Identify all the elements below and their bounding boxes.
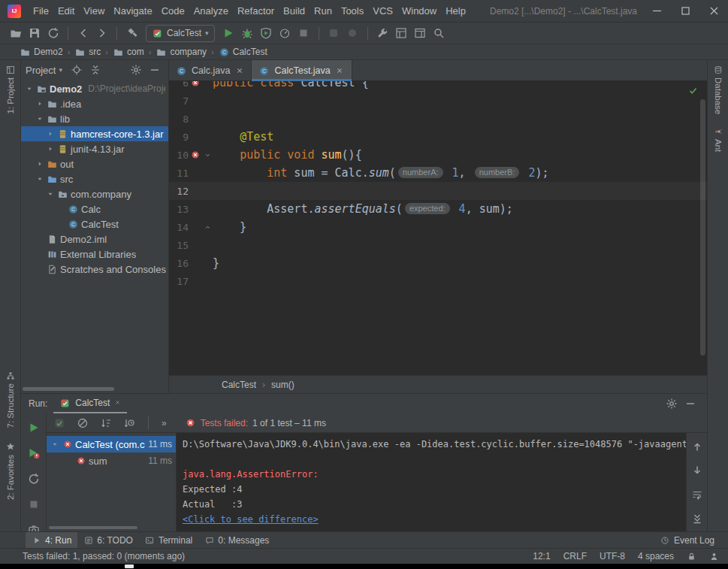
menu-refactor[interactable]: Refactor	[233, 0, 279, 23]
code-line[interactable]: 12	[169, 182, 707, 200]
tree-item-com-company[interactable]: com.company	[21, 186, 168, 201]
scrollend-icon[interactable]	[687, 510, 706, 527]
down-icon[interactable]	[687, 462, 706, 479]
taskbar-icon[interactable]	[125, 564, 134, 568]
arrow-right-icon[interactable]	[35, 100, 44, 107]
editor-scrollbar[interactable]	[699, 99, 706, 372]
code-line[interactable]: 14 }	[169, 218, 707, 236]
wrench-icon[interactable]	[373, 25, 392, 42]
test-failed-gutter-icon[interactable]	[191, 81, 201, 88]
breadcrumb-item-company[interactable]: company	[156, 47, 207, 58]
debug-icon[interactable]	[238, 25, 257, 42]
menu-window[interactable]: Window	[397, 0, 441, 23]
run-icon[interactable]	[219, 25, 238, 42]
more-icon[interactable]: »	[159, 418, 170, 428]
menu-code[interactable]: Code	[157, 0, 189, 23]
tree-item-scratches-and-consoles[interactable]: Scratches and Consoles	[21, 262, 168, 277]
fold-marker-icon[interactable]	[202, 224, 213, 231]
menu-tools[interactable]: Tools	[337, 0, 368, 23]
code-line[interactable]: 10 public void sum(){	[169, 146, 707, 164]
profiler-icon[interactable]	[276, 25, 295, 42]
editor-tab-calc-java[interactable]: CCalc.java	[169, 60, 252, 81]
tree-item-out[interactable]: out	[21, 156, 168, 171]
forward-icon[interactable]	[92, 25, 111, 42]
rerun-failed-icon[interactable]	[24, 444, 43, 462]
toolwindow-button-6-todo[interactable]: 6: TODO	[77, 532, 139, 548]
tool-strip-button-1-project[interactable]: 1: Project	[5, 65, 15, 114]
code-line[interactable]: 11 int sum = Calc.sum(numberA: 1, number…	[169, 164, 707, 182]
save-icon[interactable]	[25, 25, 44, 42]
breadcrumb-class[interactable]: CalcTest	[222, 380, 256, 390]
arrow-right-icon[interactable]	[45, 130, 55, 138]
scrollbar-thumb[interactable]	[49, 526, 137, 529]
tree-item-demo2[interactable]: Demo2D:\Project\ideaProject\D	[21, 81, 168, 96]
project-panel-title[interactable]: Project	[26, 65, 56, 76]
rerun-icon[interactable]	[24, 419, 43, 436]
menu-navigate[interactable]: Navigate	[109, 0, 156, 23]
locate-icon[interactable]	[67, 62, 86, 79]
test-failed-gutter-icon[interactable]	[191, 150, 201, 160]
hide-passed-icon[interactable]	[50, 414, 68, 431]
tree-item-src[interactable]: src	[21, 171, 168, 186]
coverage-icon[interactable]	[257, 25, 276, 42]
open-icon[interactable]	[6, 25, 25, 42]
tab-close-icon[interactable]	[114, 398, 121, 408]
tool-strip-button-7-structure[interactable]: 7: Structure	[5, 371, 15, 428]
arrow-down-icon[interactable]	[24, 85, 34, 92]
stop-icon[interactable]	[295, 25, 313, 42]
tree-item-hamcrest-core-1-3-jar[interactable]: hamcrest-core-1.3.jar	[21, 126, 168, 141]
softwrap-icon[interactable]	[687, 486, 706, 503]
code-line[interactable]: 7	[169, 92, 707, 110]
tree-item-external-libraries[interactable]: External Libraries	[21, 247, 168, 262]
test-tree-item-sum[interactable]: sum11 ms	[47, 452, 176, 469]
arrow-down-icon[interactable]	[35, 175, 44, 183]
arrow-down-icon[interactable]	[35, 115, 44, 123]
tree-item-idea[interactable]: .idea	[21, 96, 168, 111]
tool-strip-button-database[interactable]: Database	[713, 65, 723, 114]
breadcrumb-item-calctest[interactable]: CCalcTest	[219, 47, 267, 58]
search-icon[interactable]	[430, 25, 449, 42]
test-tree-hscrollbar[interactable]	[49, 526, 162, 529]
code-line[interactable]: 8	[169, 110, 707, 128]
menu-run[interactable]: Run	[310, 0, 337, 23]
layout-icon[interactable]	[411, 25, 430, 42]
toolwindow-button-terminal[interactable]: Terminal	[139, 532, 198, 548]
up-icon[interactable]	[687, 437, 706, 455]
sort-alpha-icon[interactable]	[96, 414, 115, 431]
menu-build[interactable]: Build	[279, 0, 310, 23]
test-tree-item-calctest-com-company[interactable]: CalcTest (com.company)11 ms	[47, 436, 176, 452]
gutter-icon-slot[interactable]	[189, 150, 202, 160]
gutter-icon-slot[interactable]	[189, 81, 202, 88]
code-line[interactable]: 16}	[169, 254, 707, 272]
menu-help[interactable]: Help	[441, 0, 470, 23]
arrow-right-icon[interactable]	[35, 160, 44, 168]
attach-icon[interactable]	[325, 25, 343, 42]
code-line[interactable]: 15	[169, 236, 707, 254]
code-area[interactable]: 6public class CalcTest {789 @Test10 publ…	[169, 81, 707, 375]
events-icon[interactable]	[343, 25, 362, 42]
breadcrumb-item-demo2[interactable]: Demo2	[20, 47, 63, 58]
run-configuration-select[interactable]: CalcTest▾	[146, 25, 215, 42]
tree-item-junit-4-13-jar[interactable]: junit-4.13.jar	[21, 141, 168, 156]
inspection-status-icon[interactable]	[688, 86, 698, 98]
toolwindow-button-event-log[interactable]: Event Log	[654, 535, 720, 546]
menu-view[interactable]: View	[79, 0, 109, 23]
project-hscrollbar[interactable]	[23, 387, 165, 391]
collapse-icon[interactable]	[86, 62, 104, 79]
status-utf-8[interactable]: UTF-8	[600, 551, 625, 561]
code-line[interactable]: 6public class CalcTest {	[169, 81, 707, 92]
arrow-down-icon[interactable]	[45, 190, 55, 198]
toolwindow-button-0-messages[interactable]: 0: Messages	[198, 532, 275, 548]
code-line[interactable]: 9 @Test	[169, 128, 707, 146]
sort-time-icon[interactable]	[119, 414, 138, 431]
profile-icon[interactable]	[709, 552, 719, 561]
arrow-down-icon[interactable]	[50, 440, 59, 448]
code-line[interactable]: 17	[169, 272, 707, 290]
status-crlf[interactable]: CRLF	[563, 551, 587, 561]
sync-icon[interactable]	[44, 25, 62, 42]
breadcrumb-item-com[interactable]: com	[113, 47, 144, 58]
tab-close-icon[interactable]	[335, 66, 345, 76]
breadcrumb-method[interactable]: sum()	[271, 380, 295, 390]
arrow-right-icon[interactable]	[45, 145, 55, 153]
code-line[interactable]: 13 Assert.assertEquals(expected: 4, sum)…	[169, 200, 707, 218]
